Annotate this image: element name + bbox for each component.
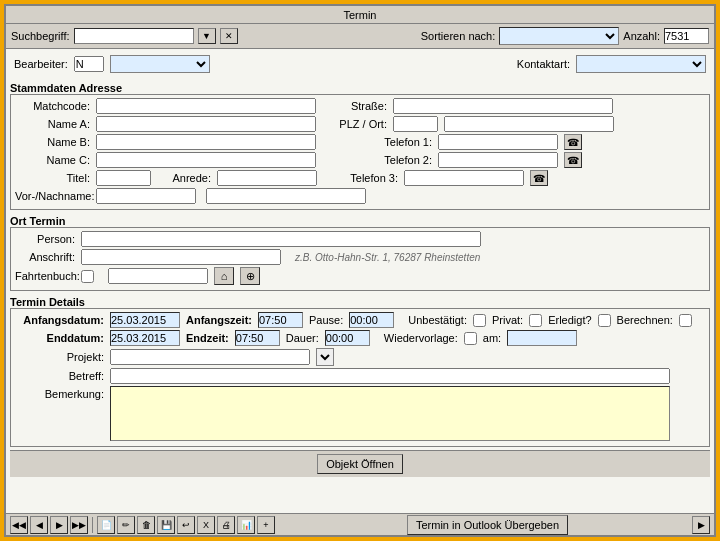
bearbeiter-row: Bearbeiter: Kontaktart: (10, 53, 710, 77)
nav-prev-button[interactable]: ◀ (30, 516, 48, 534)
ort-termin-title: Ort Termin (10, 215, 710, 227)
wiedervorlage-checkbox[interactable] (464, 332, 477, 345)
vorname-row: Vor-/Nachname: (15, 188, 705, 204)
berechnen-checkbox[interactable] (679, 314, 692, 327)
projekt-label: Projekt: (14, 351, 104, 363)
name-a-label: Name A: (15, 118, 90, 130)
main-window: Termin Suchbegriff: ▼ ✕ Sortieren nach: … (4, 4, 716, 537)
ort-termin-section: Ort Termin Person: Anschrift: z.B. Otto-… (10, 213, 710, 291)
pause-label: Pause: (309, 314, 343, 326)
projekt-row: Projekt: (14, 348, 706, 366)
plz-input[interactable] (393, 116, 438, 132)
bearbeiter-select[interactable] (110, 55, 210, 73)
telefon1-call-button[interactable]: ☎ (564, 134, 582, 150)
ort-input[interactable] (444, 116, 614, 132)
strasse-input[interactable] (393, 98, 613, 114)
betreff-row: Betreff: (14, 368, 706, 384)
anschrift-row: Anschrift: z.B. Otto-Hahn-Str. 1, 76287 … (15, 249, 705, 265)
anfangszeit-input[interactable]: 07:50 (258, 312, 303, 328)
fahrtenbuch-globe-button[interactable]: ⊕ (240, 267, 260, 285)
telefon3-call-button[interactable]: ☎ (530, 170, 548, 186)
enddatum-input[interactable]: 25.03.2015 (110, 330, 180, 346)
fahrtenbuch-input[interactable] (108, 268, 208, 284)
nav-edit-button[interactable]: ✏ (117, 516, 135, 534)
stammdaten-section: Stammdaten Adresse Matchcode: Straße: Na… (10, 80, 710, 210)
anrede-input[interactable] (217, 170, 317, 186)
anschrift-input[interactable] (81, 249, 281, 265)
toolbar-left: Suchbegriff: ▼ ✕ (11, 28, 417, 44)
filter-remove-button[interactable]: ✕ (220, 28, 238, 44)
bearbeiter-input[interactable] (74, 56, 104, 72)
telefon1-input[interactable] (438, 134, 558, 150)
name-c-label: Name C: (15, 154, 90, 166)
nav-extra-button[interactable]: + (257, 516, 275, 534)
sort-label: Sortieren nach: (421, 30, 496, 42)
vorname-input[interactable] (96, 188, 196, 204)
name-b-label: Name B: (15, 136, 90, 148)
sort-select[interactable] (499, 27, 619, 45)
termin-details-section: Termin Details Anfangsdatum: 25.03.2015 … (10, 294, 710, 447)
nav-first-button[interactable]: ◀◀ (10, 516, 28, 534)
telefon3-input[interactable] (404, 170, 524, 186)
titel-label: Titel: (15, 172, 90, 184)
telefon1-label: Telefon 1: (372, 136, 432, 148)
name-c-row: Name C: Telefon 2: ☎ (15, 152, 705, 168)
privat-checkbox[interactable] (529, 314, 542, 327)
wiedervorlage-label: Wiedervorlage: (384, 332, 458, 344)
am-input[interactable] (507, 330, 577, 346)
nav-delete-button[interactable]: 🗑 (137, 516, 155, 534)
search-input[interactable] (74, 28, 194, 44)
unbestaetigt-checkbox[interactable] (473, 314, 486, 327)
titel-input[interactable] (96, 170, 151, 186)
name-a-row: Name A: PLZ / Ort: (15, 116, 705, 132)
betreff-input[interactable] (110, 368, 670, 384)
toolbar: Suchbegriff: ▼ ✕ Sortieren nach: Anzahl:… (6, 24, 714, 49)
telefon2-call-button[interactable]: ☎ (564, 152, 582, 168)
bemerkung-textarea[interactable] (110, 386, 670, 441)
pause-input[interactable]: 00:00 (349, 312, 394, 328)
titel-row: Titel: Anrede: Telefon 3: ☎ (15, 170, 705, 186)
person-input[interactable] (81, 231, 481, 247)
fahrtenbuch-checkbox[interactable] (81, 270, 94, 283)
nachname-input[interactable] (206, 188, 366, 204)
termin-details-box: Anfangsdatum: 25.03.2015 Anfangszeit: 07… (10, 308, 710, 447)
betreff-label: Betreff: (14, 370, 104, 382)
nav-chart-button[interactable]: 📊 (237, 516, 255, 534)
nav-next-button[interactable]: ▶ (50, 516, 68, 534)
filter-button[interactable]: ▼ (198, 28, 216, 44)
nav-excel-button[interactable]: X (197, 516, 215, 534)
nav-close-button[interactable]: ▶ (692, 516, 710, 534)
nav-undo-button[interactable]: ↩ (177, 516, 195, 534)
matchcode-row: Matchcode: Straße: (15, 98, 705, 114)
kontaktart-label: Kontaktart: (517, 58, 570, 70)
ort-termin-box: Person: Anschrift: z.B. Otto-Hahn-Str. 1… (10, 227, 710, 291)
dauer-input[interactable]: 00:00 (325, 330, 370, 346)
status-bar: ◀◀ ◀ ▶ ▶▶ 📄 ✏ 🗑 💾 ↩ X 🖨 📊 + Termin in Ou… (6, 513, 714, 535)
nav-print-button[interactable]: 🖨 (217, 516, 235, 534)
stammdaten-box: Matchcode: Straße: Name A: PLZ / Ort: Na… (10, 94, 710, 210)
anfangsdatum-input[interactable]: 25.03.2015 (110, 312, 180, 328)
endzeit-input[interactable]: 07:50 (235, 330, 280, 346)
window-title: Termin (343, 9, 376, 21)
name-a-input[interactable] (96, 116, 316, 132)
kontaktart-select[interactable] (576, 55, 706, 73)
erledigt-checkbox[interactable] (598, 314, 611, 327)
objekt-oeffnen-button[interactable]: Objekt Öffnen (317, 454, 403, 474)
nav-last-button[interactable]: ▶▶ (70, 516, 88, 534)
nav-new-button[interactable]: 📄 (97, 516, 115, 534)
vor-nachname-label: Vor-/Nachname: (15, 190, 90, 202)
fahrtenbuch-row: Fahrtenbuch: ⌂ ⊕ (15, 267, 705, 285)
projekt-input[interactable] (110, 349, 310, 365)
fahrtenbuch-home-button[interactable]: ⌂ (214, 267, 234, 285)
anfangsdatum-label: Anfangsdatum: (14, 314, 104, 326)
name-c-input[interactable] (96, 152, 316, 168)
nav-save-button[interactable]: 💾 (157, 516, 175, 534)
matchcode-input[interactable] (96, 98, 316, 114)
outlook-button[interactable]: Termin in Outlook Übergeben (407, 515, 568, 535)
dauer-label: Dauer: (286, 332, 319, 344)
projekt-dropdown[interactable] (316, 348, 334, 366)
telefon2-input[interactable] (438, 152, 558, 168)
berechnen-label: Berechnen: (617, 314, 673, 326)
name-b-input[interactable] (96, 134, 316, 150)
anfangsdatum-row: Anfangsdatum: 25.03.2015 Anfangszeit: 07… (14, 312, 706, 328)
